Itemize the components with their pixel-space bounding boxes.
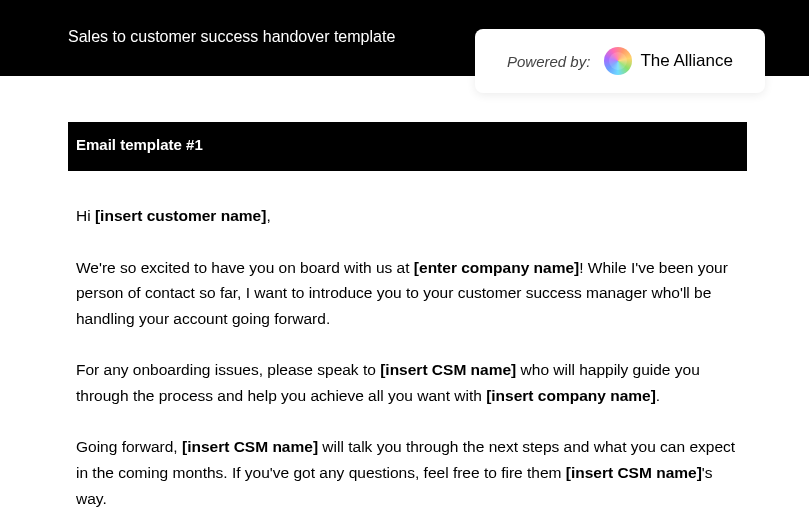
greeting-prefix: Hi xyxy=(76,207,95,224)
brand-name: The Alliance xyxy=(640,51,733,71)
intro-paragraph: We're so excited to have you on board wi… xyxy=(76,255,739,332)
powered-by-label: Powered by: xyxy=(507,53,590,70)
main-content: Email template #1 Hi [insert customer na… xyxy=(0,76,809,510)
csm-name-placeholder-2: [insert CSM name] xyxy=(182,438,318,455)
csm-name-placeholder-3: [insert CSM name] xyxy=(566,464,702,481)
onboarding-paragraph: For any onboarding issues, please speak … xyxy=(76,357,739,408)
page-title: Sales to customer success handover templ… xyxy=(68,28,395,45)
brand-wrap: The Alliance xyxy=(604,47,733,75)
csm-name-placeholder: [insert CSM name] xyxy=(380,361,516,378)
p2-e: . xyxy=(656,387,660,404)
company-name-placeholder: [enter company name] xyxy=(414,259,579,276)
section-title: Email template #1 xyxy=(68,122,747,171)
p1-a: We're so excited to have you on board wi… xyxy=(76,259,414,276)
greeting-line: Hi [insert customer name], xyxy=(76,203,739,229)
p2-a: For any onboarding issues, please speak … xyxy=(76,361,380,378)
alliance-logo-icon xyxy=(604,47,632,75)
email-body: Hi [insert customer name], We're so exci… xyxy=(68,171,747,510)
company-name-placeholder-2: [insert company name] xyxy=(486,387,656,404)
greeting-suffix: , xyxy=(266,207,270,224)
going-forward-paragraph: Going forward, [insert CSM name] will ta… xyxy=(76,434,739,510)
powered-by-card: Powered by: The Alliance xyxy=(475,29,765,93)
p3-a: Going forward, xyxy=(76,438,182,455)
customer-name-placeholder: [insert customer name] xyxy=(95,207,266,224)
